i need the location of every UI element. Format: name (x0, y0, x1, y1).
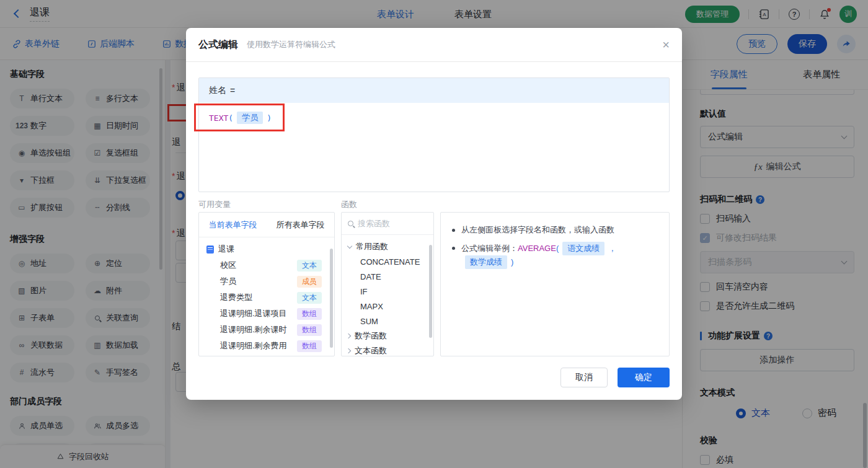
close-icon[interactable]: × (662, 38, 670, 51)
type-chip: 数组 (297, 340, 322, 352)
function-item[interactable]: CONCATENATE (342, 254, 433, 269)
cancel-button[interactable]: 取消 (560, 368, 608, 387)
field-chip: 数学成绩 (465, 255, 507, 269)
bullet-icon (452, 229, 455, 232)
functions-label: 函数 (341, 199, 357, 210)
type-chip: 文本 (297, 260, 322, 272)
function-item[interactable]: DATE (342, 269, 433, 284)
type-chip: 数组 (297, 308, 322, 320)
variable-row[interactable]: 退课明细.剩余费用 数组 (199, 338, 334, 354)
help-tip: 从左侧面板选择字段名和函数，或输入函数 (452, 224, 660, 236)
help-panel: 从左侧面板选择字段名和函数，或输入函数 公式编辑举例：AVERAGE(语文成绩，… (440, 212, 670, 356)
formula-function: TEXT (209, 113, 228, 123)
functions-scrollbar[interactable] (429, 245, 432, 338)
formula-target: 姓名= (199, 78, 669, 103)
chevron-down-icon (347, 243, 352, 248)
formula-expression[interactable]: TEXT(学员) (199, 103, 669, 133)
function-item[interactable]: IF (342, 284, 433, 299)
variables-panel: 当前表单字段 所有表单字段 退课 校区 文本 学员 成员 退费类型 文本 退课明… (198, 212, 335, 356)
function-search-input[interactable] (358, 219, 420, 228)
variable-form-row[interactable]: 退课 (199, 241, 334, 257)
variable-row[interactable]: 校区 文本 (199, 257, 334, 273)
variable-row[interactable]: 退费类型 文本 (199, 289, 334, 306)
search-icon (348, 221, 353, 226)
variable-row[interactable]: 学员 成员 (199, 273, 334, 289)
function-group-common[interactable]: 常用函数 (342, 239, 433, 254)
formula-edit-dialog: 公式编辑 使用数学运算符编辑公式 × 姓名= TEXT(学员) 可用变量 函数 … (186, 28, 682, 400)
function-item[interactable]: SUM (342, 314, 433, 329)
function-item[interactable]: MAPX (342, 299, 433, 314)
functions-panel: 常用函数 CONCATENATE DATE IF MAPX SUM 数学函数 文… (341, 212, 434, 356)
variables-scrollbar[interactable] (330, 249, 333, 348)
field-chip: 语文成绩 (562, 242, 604, 255)
formula-editor[interactable]: 姓名= TEXT(学员) (198, 77, 670, 192)
type-chip: 成员 (297, 276, 322, 288)
dialog-subtitle: 使用数学运算符编辑公式 (247, 39, 335, 50)
tab-current-form-fields[interactable]: 当前表单字段 (199, 213, 267, 237)
confirm-button[interactable]: 确定 (618, 368, 670, 387)
function-group-text[interactable]: 文本函数 (342, 343, 433, 356)
function-group-math[interactable]: 数学函数 (342, 329, 433, 343)
tab-all-form-fields[interactable]: 所有表单字段 (267, 213, 334, 237)
chevron-right-icon (346, 348, 351, 353)
variable-row[interactable]: 退课明细.退课项目 数组 (199, 306, 334, 322)
chevron-right-icon (346, 333, 351, 338)
type-chip: 数组 (297, 324, 322, 336)
field-chip[interactable]: 学员 (237, 112, 263, 124)
dialog-title: 公式编辑 (198, 38, 238, 51)
type-chip: 文本 (297, 292, 322, 304)
bullet-icon (452, 247, 455, 250)
variable-row[interactable]: 退课明细.剩余课时 数组 (199, 322, 334, 338)
help-tip-example: 公式编辑举例：AVERAGE(语文成绩，数学成绩) (452, 242, 660, 269)
form-doc-icon (206, 245, 214, 254)
variables-label: 可用变量 (198, 199, 231, 210)
